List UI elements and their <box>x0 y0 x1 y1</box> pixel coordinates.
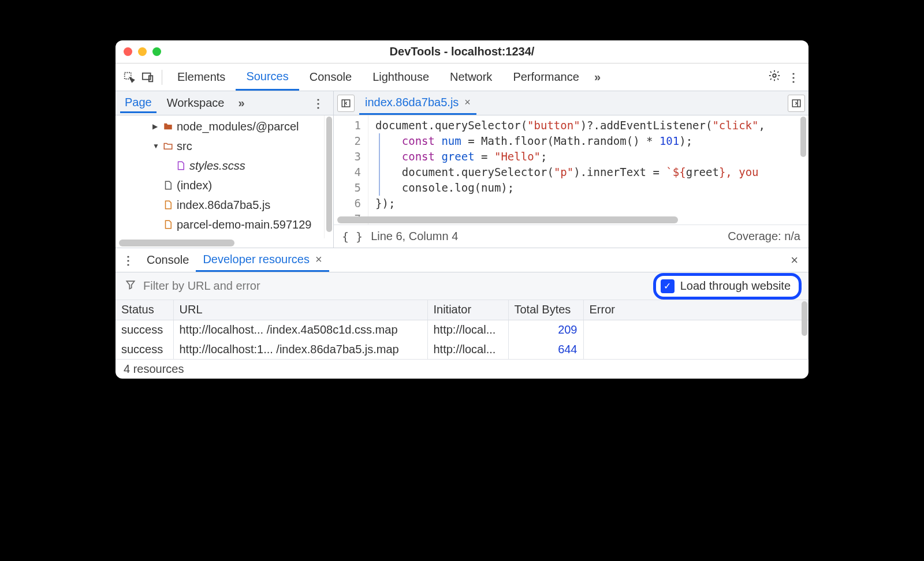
tree-label: (index) <box>177 179 212 192</box>
table-row[interactable]: success http://localhost:1... /index.86d… <box>116 339 808 359</box>
drawer-tab-console[interactable]: Console <box>140 248 196 272</box>
close-window-button[interactable] <box>124 47 132 56</box>
traffic-lights <box>124 47 161 56</box>
sources-panel: Page Workspace » ⋮ ▶ node_modules/@parce… <box>116 91 808 248</box>
drawer-more-icon[interactable]: ⋮ <box>121 253 140 267</box>
twisty-down-icon: ▼ <box>152 142 159 150</box>
filter-input[interactable] <box>143 279 646 293</box>
cell-initiator: http://local... <box>427 320 508 339</box>
cell-url: http://localhost... /index.4a508c1d.css.… <box>173 320 427 339</box>
navigator-more-icon[interactable]: ⋮ <box>310 96 329 110</box>
subtab-workspace[interactable]: Workspace <box>162 94 229 112</box>
tree-file-index-css[interactable]: index.4a508c1d.css <box>116 234 324 238</box>
drawer-tab-label: Developer resources <box>203 253 310 266</box>
filter-bar: ✓ Load through website <box>116 272 808 300</box>
table-row[interactable]: success http://localhost... /index.4a508… <box>116 320 808 339</box>
cell-bytes: 644 <box>508 339 583 359</box>
editor-status-bar: { } Line 6, Column 4 Coverage: n/a <box>334 225 808 248</box>
cell-url: http://localhost:1... /index.86da7ba5.js… <box>173 339 427 359</box>
editor-pane: index.86da7ba5.js × 1234567 document.que… <box>334 91 808 248</box>
tree-label: index.4a508c1d.css <box>177 238 279 239</box>
editor-hscroll[interactable] <box>334 215 808 225</box>
more-menu-icon[interactable]: ⋮ <box>785 70 804 84</box>
tree-folder-node-modules[interactable]: ▶ node_modules/@parcel <box>116 117 324 136</box>
editor-file-label: index.86da7ba5.js <box>365 96 459 109</box>
folder-open-icon <box>163 140 173 152</box>
col-total-bytes[interactable]: Total Bytes <box>508 300 583 320</box>
window-title: DevTools - localhost:1234/ <box>116 45 808 58</box>
editor-file-tab[interactable]: index.86da7ba5.js × <box>359 91 476 115</box>
table-vscroll[interactable] <box>800 300 808 359</box>
resources-table: Status URL Initiator Total Bytes Error s… <box>116 300 808 359</box>
cell-error <box>583 339 808 359</box>
file-orange-icon <box>163 219 173 230</box>
tabs-overflow-icon[interactable]: » <box>590 70 605 84</box>
col-error[interactable]: Error <box>583 300 808 320</box>
tree-file-styles-scss[interactable]: styles.scss <box>116 156 324 175</box>
device-toggle-icon[interactable] <box>139 68 157 87</box>
toggle-left-pane-icon[interactable] <box>337 95 355 112</box>
editor-vscroll[interactable] <box>799 115 807 225</box>
editor-tabbar: index.86da7ba5.js × <box>334 91 808 115</box>
load-through-website-toggle[interactable]: ✓ Load through website <box>653 273 802 300</box>
tree-label: node_modules/@parcel <box>177 120 299 133</box>
cell-status: success <box>116 339 173 359</box>
line-gutter: 1234567 <box>334 115 368 225</box>
file-icon <box>163 179 173 191</box>
tree-file-index-js[interactable]: index.86da7ba5.js <box>116 195 324 215</box>
tab-sources[interactable]: Sources <box>236 63 299 91</box>
fold-bar <box>379 133 380 196</box>
tree-folder-src[interactable]: ▼ src <box>116 136 324 156</box>
pretty-print-icon[interactable]: { } <box>342 230 363 244</box>
twisty-right-icon: ▶ <box>152 122 159 130</box>
tab-network[interactable]: Network <box>439 63 502 91</box>
settings-gear-icon[interactable] <box>763 69 785 85</box>
file-purple-icon <box>176 160 186 171</box>
inspect-element-icon[interactable] <box>120 68 139 87</box>
drawer-tabs: ⋮ Console Developer resources × × <box>116 248 808 272</box>
subtab-page[interactable]: Page <box>120 94 157 113</box>
tab-performance[interactable]: Performance <box>502 63 590 91</box>
navigator-vscroll[interactable] <box>325 115 333 238</box>
navigator-hscroll[interactable] <box>116 238 333 248</box>
zoom-window-button[interactable] <box>152 47 161 56</box>
drawer-footer: 4 resources <box>116 359 808 379</box>
cell-bytes: 209 <box>508 320 583 339</box>
drawer-close-icon[interactable]: × <box>786 253 803 268</box>
code-content: document.querySelector("button")?.addEve… <box>368 115 808 225</box>
col-initiator[interactable]: Initiator <box>427 300 508 320</box>
code-editor[interactable]: 1234567 document.querySelector("button")… <box>334 115 808 225</box>
checkbox-checked-icon: ✓ <box>661 279 675 293</box>
devtools-window: DevTools - localhost:1234/ Elements Sour… <box>116 40 808 379</box>
close-drawer-tab-icon[interactable]: × <box>315 253 322 266</box>
main-toolbar: Elements Sources Console Lighthouse Netw… <box>116 63 808 91</box>
col-url[interactable]: URL <box>173 300 427 320</box>
load-through-website-label: Load through website <box>680 279 791 293</box>
titlebar: DevTools - localhost:1234/ <box>116 40 808 63</box>
separator <box>162 70 162 85</box>
close-tab-icon[interactable]: × <box>464 96 471 109</box>
folder-icon <box>163 121 173 132</box>
resource-count: 4 resources <box>124 362 184 376</box>
cell-initiator: http://local... <box>427 339 508 359</box>
tree-file-parcel-demo[interactable]: parcel-demo-main.597129 <box>116 215 324 234</box>
file-tree: ▶ node_modules/@parcel ▼ src <box>116 115 333 238</box>
navigator-overflow-icon[interactable]: » <box>234 96 248 110</box>
tree-file-index[interactable]: (index) <box>116 175 324 195</box>
tree-label: parcel-demo-main.597129 <box>177 218 311 231</box>
cell-status: success <box>116 320 173 339</box>
tab-lighthouse[interactable]: Lighthouse <box>362 63 439 91</box>
filter-icon <box>125 279 136 293</box>
tab-console[interactable]: Console <box>299 63 362 91</box>
tab-elements[interactable]: Elements <box>167 63 236 91</box>
col-status[interactable]: Status <box>116 300 173 320</box>
drawer-tab-developer-resources[interactable]: Developer resources × <box>196 248 329 272</box>
minimize-window-button[interactable] <box>138 47 147 56</box>
toggle-right-pane-icon[interactable] <box>788 95 805 112</box>
cell-error <box>583 320 808 339</box>
tree-label: index.86da7ba5.js <box>177 199 270 212</box>
tree-label: styles.scss <box>189 159 245 173</box>
tree-label: src <box>177 140 192 153</box>
cursor-position: Line 6, Column 4 <box>371 230 458 243</box>
navigator-tabs: Page Workspace » ⋮ <box>116 91 333 115</box>
